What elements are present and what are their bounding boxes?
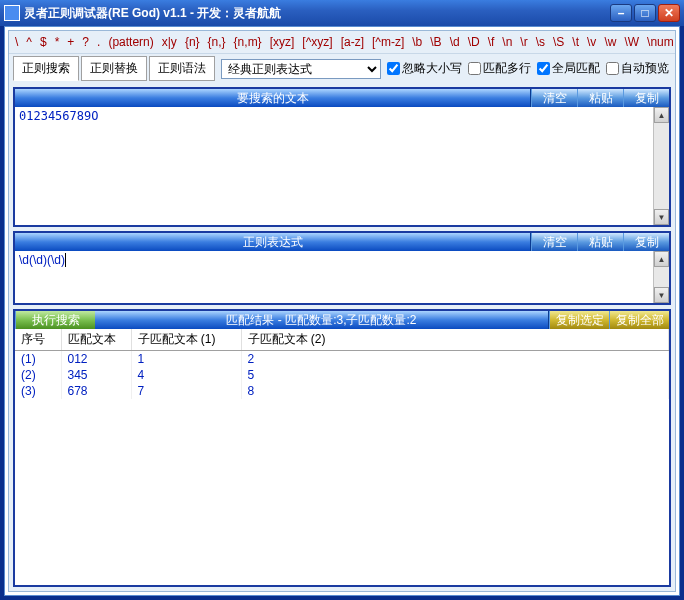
maximize-button[interactable]: □ — [634, 4, 656, 22]
copy-all-button[interactable]: 复制全部 — [609, 311, 669, 329]
tab-search[interactable]: 正则搜索 — [13, 56, 79, 81]
search-text-title: 要搜索的文本 — [15, 89, 531, 107]
regex-token[interactable]: \S — [553, 35, 564, 49]
option-ignorecase[interactable]: 忽略大小写 — [387, 60, 462, 77]
regex-token[interactable]: \num — [647, 35, 674, 49]
window-title: 灵者正则调试器(RE God) v1.1 - 开发：灵者航航 — [24, 5, 608, 22]
table-row[interactable]: (1)01212 — [15, 351, 669, 368]
scrollbar[interactable]: ▲▼ — [653, 251, 669, 303]
copy-selected-button[interactable]: 复制选定 — [549, 311, 609, 329]
regex-token[interactable]: ? — [82, 35, 89, 49]
regex-token[interactable]: \B — [430, 35, 441, 49]
regex-token[interactable]: + — [67, 35, 74, 49]
regex-copy-button[interactable]: 复制 — [623, 233, 669, 251]
regex-clear-button[interactable]: 清空 — [531, 233, 577, 251]
regex-token[interactable]: x|y — [162, 35, 177, 49]
search-text-input[interactable]: 0123456789O — [15, 107, 669, 225]
regex-token[interactable]: \D — [468, 35, 480, 49]
regex-token[interactable]: ^ — [26, 35, 32, 49]
app-icon — [4, 5, 20, 21]
table-row[interactable]: (3)67878 — [15, 383, 669, 399]
regex-token[interactable]: \b — [412, 35, 422, 49]
regex-token[interactable]: [a-z] — [341, 35, 364, 49]
regex-paste-button[interactable]: 粘贴 — [577, 233, 623, 251]
col-sub2[interactable]: 子匹配文本 (2) — [241, 329, 669, 351]
regex-token[interactable]: [^xyz] — [302, 35, 332, 49]
regex-token[interactable]: {n,m} — [234, 35, 262, 49]
table-row[interactable]: (2)34545 — [15, 367, 669, 383]
regex-token[interactable]: \d — [450, 35, 460, 49]
option-global[interactable]: 全局匹配 — [537, 60, 600, 77]
regex-token[interactable]: $ — [40, 35, 47, 49]
client-area: \^$*+?.(pattern)x|y{n}{n,}{n,m}[xyz][^xy… — [4, 26, 680, 596]
regex-token[interactable]: \f — [488, 35, 495, 49]
regex-token[interactable]: \t — [572, 35, 579, 49]
scroll-up-icon[interactable]: ▲ — [654, 251, 669, 267]
search-text-copy-button[interactable]: 复制 — [623, 89, 669, 107]
regex-preset-combo[interactable]: 经典正则表达式 — [221, 59, 381, 79]
search-text-clear-button[interactable]: 清空 — [531, 89, 577, 107]
scroll-down-icon[interactable]: ▼ — [654, 287, 669, 303]
regex-token[interactable]: \w — [604, 35, 616, 49]
toolbar-row: 正则搜索 正则替换 正则语法 经典正则表达式 忽略大小写 匹配多行 全局匹配 自… — [9, 53, 675, 83]
search-text-paste-button[interactable]: 粘贴 — [577, 89, 623, 107]
regex-token[interactable]: \n — [502, 35, 512, 49]
tab-syntax[interactable]: 正则语法 — [149, 56, 215, 81]
col-sub1[interactable]: 子匹配文本 (1) — [131, 329, 241, 351]
regex-token-bar: \^$*+?.(pattern)x|y{n}{n,}{n,m}[xyz][^xy… — [9, 31, 675, 53]
minimize-button[interactable]: – — [610, 4, 632, 22]
regex-token[interactable]: [xyz] — [270, 35, 295, 49]
regex-token[interactable]: \v — [587, 35, 596, 49]
regex-token[interactable]: {n} — [185, 35, 200, 49]
regex-input[interactable]: \d(\d)(\d) — [15, 251, 669, 303]
option-multiline[interactable]: 匹配多行 — [468, 60, 531, 77]
regex-token[interactable]: \s — [536, 35, 545, 49]
results-summary: 匹配结果 - 匹配数量:3,子匹配数量:2 — [95, 311, 549, 329]
search-text-panel: 要搜索的文本 清空 粘贴 复制 0123456789O ▲▼ — [13, 87, 671, 227]
execute-search-button[interactable]: 执行搜索 — [15, 311, 95, 329]
regex-token[interactable]: \W — [624, 35, 639, 49]
results-table[interactable]: 序号 匹配文本 子匹配文本 (1) 子匹配文本 (2) (1)01212(2)3… — [15, 329, 669, 585]
regex-panel: 正则表达式 清空 粘贴 复制 \d(\d)(\d) ▲▼ — [13, 231, 671, 305]
regex-token[interactable]: \ — [15, 35, 18, 49]
option-autopreview[interactable]: 自动预览 — [606, 60, 669, 77]
scroll-down-icon[interactable]: ▼ — [654, 209, 669, 225]
title-bar[interactable]: 灵者正则调试器(RE God) v1.1 - 开发：灵者航航 – □ ✕ — [0, 0, 684, 26]
tab-replace[interactable]: 正则替换 — [81, 56, 147, 81]
regex-token[interactable]: (pattern) — [108, 35, 153, 49]
scrollbar[interactable]: ▲▼ — [653, 107, 669, 225]
close-button[interactable]: ✕ — [658, 4, 680, 22]
regex-token[interactable]: . — [97, 35, 100, 49]
regex-token[interactable]: * — [55, 35, 60, 49]
col-index[interactable]: 序号 — [15, 329, 61, 351]
regex-token[interactable]: [^m-z] — [372, 35, 404, 49]
scroll-up-icon[interactable]: ▲ — [654, 107, 669, 123]
regex-title: 正则表达式 — [15, 233, 531, 251]
results-panel: 执行搜索 匹配结果 - 匹配数量:3,子匹配数量:2 复制选定 复制全部 序号 … — [13, 309, 671, 587]
col-match[interactable]: 匹配文本 — [61, 329, 131, 351]
regex-token[interactable]: {n,} — [208, 35, 226, 49]
regex-token[interactable]: \r — [520, 35, 527, 49]
